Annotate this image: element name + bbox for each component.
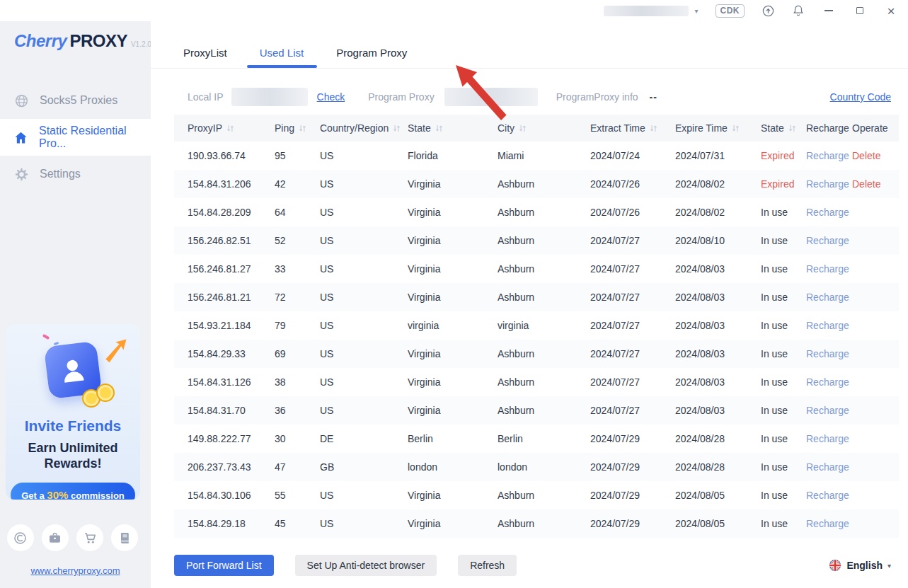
refresh-button[interactable]: Refresh (458, 555, 517, 576)
cell-ping: 30 (275, 433, 320, 444)
tab-used-list[interactable]: Used List (260, 47, 304, 59)
recharge-link[interactable]: Recharge (806, 263, 852, 275)
sidebar-item-socks5-proxies[interactable]: Socks5 Proxies (0, 82, 151, 119)
tab-bar: ProxyList Used List Program Proxy (151, 21, 908, 69)
cell-proxy-ip: 156.246.81.27 (188, 263, 275, 275)
cell-state: Virginia (408, 178, 498, 190)
country-code-link[interactable]: Country Code (830, 91, 891, 103)
col-expire-time[interactable]: Expire Time (675, 122, 761, 134)
sidebar-item-static-residential[interactable]: Static Residential Pro... (0, 119, 151, 156)
col-extract-time[interactable]: Extract Time (590, 122, 675, 134)
cdk-button[interactable]: CDK (716, 4, 745, 18)
check-link[interactable]: Check (317, 91, 345, 103)
minimize-button[interactable] (822, 4, 836, 18)
close-button[interactable]: × (884, 4, 898, 18)
cell-ping: 72 (275, 292, 320, 303)
col-ping[interactable]: Ping (275, 122, 320, 134)
recharge-link[interactable]: Recharge (806, 405, 852, 416)
port-forward-list-button[interactable]: Port Forward List (174, 555, 274, 576)
program-proxy-info-value: -- (650, 91, 657, 103)
col-proxy-ip[interactable]: ProxyIP (188, 122, 275, 134)
cell-city: Ashburn (498, 178, 590, 190)
cell-expire-time: 2024/08/03 (675, 320, 761, 331)
sort-icon (299, 125, 306, 132)
cell-ping: 38 (275, 376, 320, 388)
cart-icon[interactable] (76, 524, 103, 551)
cell-city: virginia (498, 320, 590, 331)
status-badge: In use (761, 207, 806, 218)
sort-icon (519, 125, 527, 132)
recharge-link[interactable]: Recharge (806, 235, 852, 246)
invite-subtitle: Earn Unlimited Rewards! (6, 441, 140, 471)
tab-proxylist[interactable]: ProxyList (183, 47, 227, 59)
recharge-link[interactable]: Recharge (806, 320, 852, 331)
cell-country: US (320, 292, 408, 303)
recharge-link[interactable]: Recharge (806, 348, 852, 359)
status-badge: In use (761, 348, 806, 359)
invite-friends-card[interactable]: Invite Friends Earn Unlimited Rewards! G… (6, 324, 140, 500)
col-country-region[interactable]: Country/Region (320, 122, 408, 134)
account-selector[interactable]: ▾ (604, 6, 698, 16)
cell-state: virginia (408, 320, 498, 331)
maximize-button[interactable] (853, 4, 867, 18)
cell-state: Florida (408, 150, 498, 161)
table-row: 154.84.28.209 64 US Virginia Ashburn 202… (174, 198, 899, 226)
cell-ping: 95 (275, 150, 320, 161)
cell-state: Virginia (408, 518, 498, 529)
cell-expire-time: 2024/08/03 (675, 263, 761, 275)
cell-country: US (320, 490, 408, 501)
cell-proxy-ip: 156.246.81.21 (188, 292, 275, 303)
cell-extract-time: 2024/07/26 (590, 178, 675, 190)
table-row: 154.84.30.106 55 US Virginia Ashburn 202… (174, 481, 899, 509)
recharge-link[interactable]: Recharge (806, 490, 852, 501)
cell-state: london (408, 461, 498, 473)
recharge-link[interactable]: Recharge (806, 150, 852, 161)
recharge-link[interactable]: Recharge (806, 376, 852, 388)
anti-detect-browser-button[interactable]: Set Up Anti-detect browser (295, 555, 437, 576)
cell-proxy-ip: 154.84.29.18 (188, 518, 275, 529)
commission-button[interactable]: Get a 30% commission (11, 483, 135, 500)
recharge-link[interactable]: Recharge (806, 178, 852, 190)
sort-icon (393, 125, 401, 132)
cell-country: US (320, 263, 408, 275)
col-status[interactable]: State (761, 122, 806, 134)
website-link[interactable]: www.cherryproxy.com (30, 565, 120, 576)
coin-balance-icon[interactable] (7, 524, 34, 551)
cell-expire-time: 2024/08/05 (675, 490, 761, 501)
recharge-link[interactable]: Recharge (806, 292, 852, 303)
recharge-link[interactable]: Recharge (806, 518, 852, 529)
cell-proxy-ip: 149.88.222.77 (188, 433, 275, 444)
delete-link[interactable]: Delete (852, 178, 899, 190)
col-state[interactable]: State (408, 122, 498, 134)
bell-icon[interactable] (792, 4, 805, 17)
sidebar-item-label: Static Residential Pro... (39, 125, 151, 150)
recharge-link[interactable]: Recharge (806, 207, 852, 218)
status-badge: In use (761, 376, 806, 388)
cell-ping: 64 (275, 207, 320, 218)
recharge-link[interactable]: Recharge (806, 433, 852, 444)
cell-state: Virginia (408, 376, 498, 388)
titlebar: ▾ CDK × (0, 0, 908, 21)
status-badge: Expired (761, 150, 806, 161)
chevron-down-icon: ▾ (887, 562, 891, 570)
chevron-down-icon: ▾ (694, 7, 698, 15)
language-selector[interactable]: English ▾ (829, 559, 891, 572)
recharge-link[interactable]: Recharge (806, 461, 852, 473)
cell-extract-time: 2024/07/29 (590, 490, 675, 501)
sidebar-item-settings[interactable]: Settings (0, 156, 151, 192)
cell-country: US (320, 235, 408, 246)
sort-icon (788, 125, 796, 132)
uk-flag-icon (829, 559, 841, 572)
cell-state: Virginia (408, 235, 498, 246)
docs-icon[interactable] (111, 524, 138, 551)
delete-link[interactable]: Delete (852, 150, 899, 161)
cell-city: Berlin (498, 433, 590, 444)
tab-program-proxy[interactable]: Program Proxy (336, 47, 407, 59)
update-icon[interactable] (762, 4, 775, 18)
table-row: 154.84.31.70 36 US Virginia Ashburn 2024… (174, 396, 899, 425)
local-ip-label: Local IP (188, 91, 224, 103)
col-city[interactable]: City (498, 122, 590, 134)
cell-proxy-ip: 156.246.82.51 (188, 235, 275, 246)
cell-state: Virginia (408, 490, 498, 501)
briefcase-icon[interactable] (42, 524, 69, 551)
